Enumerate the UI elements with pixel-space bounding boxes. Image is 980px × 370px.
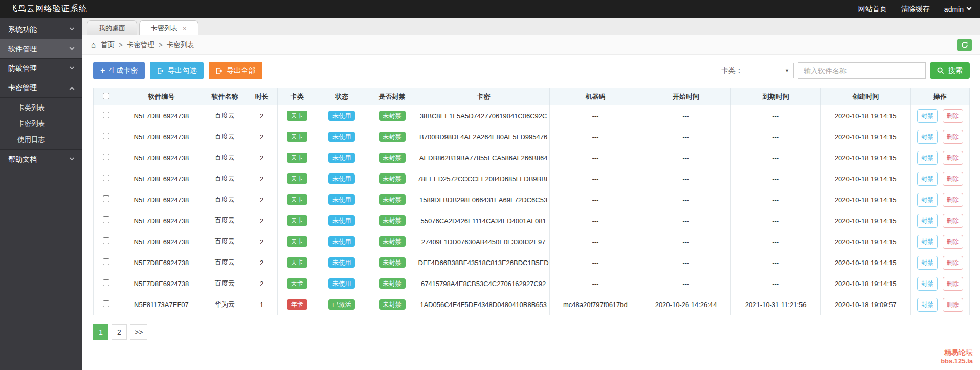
- cell-duration: 2: [246, 126, 278, 147]
- select-all-checkbox[interactable]: [103, 93, 109, 99]
- delete-button[interactable]: 删除: [943, 172, 963, 186]
- topnav-clear-cache[interactable]: 清除缓存: [901, 5, 930, 14]
- delete-button[interactable]: 删除: [943, 130, 963, 144]
- card-type-badge: 天卡: [287, 153, 307, 163]
- row-checkbox[interactable]: [103, 133, 109, 139]
- cell-create-time: 2020-10-18 19:14:15: [820, 105, 910, 126]
- card-type-badge: 天卡: [287, 173, 307, 184]
- table-row: N5F7D8E6924738 百度云 2 天卡 未使用 未封禁 78EEED25…: [94, 168, 970, 189]
- chevron-up-icon: [70, 86, 75, 92]
- status-badge: 未使用: [328, 173, 355, 184]
- ban-button[interactable]: 封禁: [917, 109, 938, 123]
- sidebar-subitem-card-key-list[interactable]: 卡密列表: [0, 116, 82, 132]
- ban-button[interactable]: 封禁: [917, 193, 938, 207]
- cell-card-key: 78EEED2572CCCCFF2084D685FFDB9BBF: [417, 168, 550, 189]
- row-checkbox[interactable]: [103, 258, 109, 265]
- status-badge: 未使用: [328, 257, 355, 268]
- ban-button[interactable]: 封禁: [917, 277, 938, 291]
- delete-button[interactable]: 删除: [943, 151, 963, 165]
- forum-watermark: 精易论坛 bbs.125.la: [941, 347, 973, 366]
- software-name-input[interactable]: [798, 62, 926, 79]
- cell-create-time: 2020-10-18 19:14:15: [820, 168, 910, 189]
- cell-create-time: 2020-10-18 19:14:15: [820, 147, 910, 168]
- cell-start-time: ---: [641, 231, 731, 252]
- cell-card-key: 1AD056C4E4F5DE4348D0480410B8B653: [417, 294, 550, 315]
- delete-button[interactable]: 删除: [943, 256, 963, 270]
- row-checkbox[interactable]: [103, 195, 109, 202]
- sidebar-subitem-usage-log[interactable]: 使用日志: [0, 132, 82, 147]
- cell-card-key: 1589DFBDB298F066431EA69F72DC6C53: [417, 189, 550, 210]
- ban-button[interactable]: 封禁: [917, 214, 938, 228]
- ban-button[interactable]: 封禁: [917, 235, 938, 249]
- table-row: N5F7D8E6924738 百度云 2 天卡 未使用 未封禁 B700BD98…: [94, 126, 970, 147]
- col-banned: 是否封禁: [367, 88, 417, 105]
- cell-card-key: 67415798A4E8CB53C4C2706162927C92: [417, 273, 550, 294]
- row-checkbox[interactable]: [103, 112, 109, 118]
- table-header-row: 软件编号 软件名称 时长 卡类 状态 是否封禁 卡密 机器码 开始时间 到期时间…: [94, 88, 970, 105]
- cell-card-key: 27409F1DD07630AB4450E0F330832E97: [417, 231, 550, 252]
- page-button-2[interactable]: 2: [112, 324, 127, 340]
- cell-machine-code: ---: [550, 105, 641, 126]
- delete-button[interactable]: 删除: [943, 298, 963, 312]
- tab-card-key-list[interactable]: 卡密列表 ×: [139, 20, 198, 35]
- cell-software-id: N5F7D8E6924738: [119, 147, 204, 168]
- cell-duration: 1: [246, 294, 278, 315]
- row-checkbox[interactable]: [103, 154, 109, 160]
- user-menu[interactable]: admin: [944, 5, 971, 13]
- topnav-site-home[interactable]: 网站首页: [858, 5, 887, 14]
- row-checkbox[interactable]: [103, 216, 109, 223]
- cell-duration: 2: [246, 105, 278, 126]
- search-icon: [937, 67, 944, 74]
- delete-button[interactable]: 删除: [943, 235, 963, 249]
- breadcrumb-cardkey-management[interactable]: 卡密管理: [127, 40, 154, 50]
- table-row: N5F7D8E6924738 百度云 2 天卡 未使用 未封禁 55076CA2…: [94, 210, 970, 231]
- cardkey-table: 软件编号 软件名称 时长 卡类 状态 是否封禁 卡密 机器码 开始时间 到期时间…: [93, 88, 970, 315]
- cell-create-time: 2020-10-18 19:14:15: [820, 273, 910, 294]
- delete-button[interactable]: 删除: [943, 214, 963, 228]
- page-next-button[interactable]: >>: [130, 324, 147, 340]
- row-checkbox[interactable]: [103, 300, 109, 307]
- refresh-button[interactable]: [957, 39, 972, 51]
- ban-button[interactable]: 封禁: [917, 172, 938, 186]
- sidebar-item-software-management[interactable]: 软件管理: [0, 39, 82, 59]
- breadcrumb-home[interactable]: 首页: [101, 40, 115, 50]
- row-checkbox[interactable]: [103, 279, 109, 286]
- page-button-1[interactable]: 1: [93, 324, 108, 340]
- row-checkbox[interactable]: [103, 175, 109, 181]
- refresh-icon: [961, 41, 968, 49]
- card-type-select[interactable]: ▼: [747, 63, 794, 78]
- chevron-down-icon: [70, 64, 75, 70]
- cell-software-name: 百度云: [204, 189, 246, 210]
- sidebar-subitem-card-type-list[interactable]: 卡类列表: [0, 100, 82, 116]
- row-checkbox[interactable]: [103, 237, 109, 244]
- ban-status-badge: 未封禁: [379, 299, 406, 310]
- sidebar-item-cardkey-management[interactable]: 卡密管理: [0, 78, 82, 98]
- cell-start-time: ---: [641, 273, 731, 294]
- cell-duration: 2: [246, 273, 278, 294]
- tab-my-desktop[interactable]: 我的桌面: [87, 20, 137, 35]
- sidebar-item-system-functions[interactable]: 系统功能: [0, 20, 82, 39]
- col-create-time: 创建时间: [820, 88, 910, 105]
- ban-button[interactable]: 封禁: [917, 256, 938, 270]
- delete-button[interactable]: 删除: [943, 109, 963, 123]
- export-checked-button[interactable]: 导出勾选: [150, 62, 204, 79]
- delete-button[interactable]: 删除: [943, 193, 963, 207]
- close-icon[interactable]: ×: [183, 25, 187, 32]
- cell-expire-time: ---: [731, 210, 821, 231]
- ban-button[interactable]: 封禁: [917, 151, 938, 165]
- generate-cardkey-button[interactable]: + 生成卡密: [93, 62, 145, 79]
- main-panel: 我的桌面 卡密列表 × ⌂ 首页 > 卡密管理 > 卡密列表: [82, 18, 980, 370]
- delete-button[interactable]: 删除: [943, 277, 963, 291]
- ban-button[interactable]: 封禁: [917, 130, 938, 144]
- card-type-badge: 天卡: [287, 132, 307, 142]
- sidebar-item-help-docs[interactable]: 帮助文档: [0, 150, 82, 169]
- search-button[interactable]: 搜索: [930, 62, 970, 79]
- app-window: 飞鸟云网络验证系统 网站首页 清除缓存 admin 系统功能 软件管理 防破管理…: [0, 0, 980, 370]
- cell-machine-code: ---: [550, 126, 641, 147]
- export-all-button[interactable]: 导出全部: [209, 62, 262, 79]
- ban-button[interactable]: 封禁: [917, 298, 938, 312]
- cell-machine-code: ---: [550, 273, 641, 294]
- sidebar-item-anticrack-management[interactable]: 防破管理: [0, 59, 82, 78]
- user-name: admin: [944, 5, 964, 13]
- cell-machine-code: ---: [550, 168, 641, 189]
